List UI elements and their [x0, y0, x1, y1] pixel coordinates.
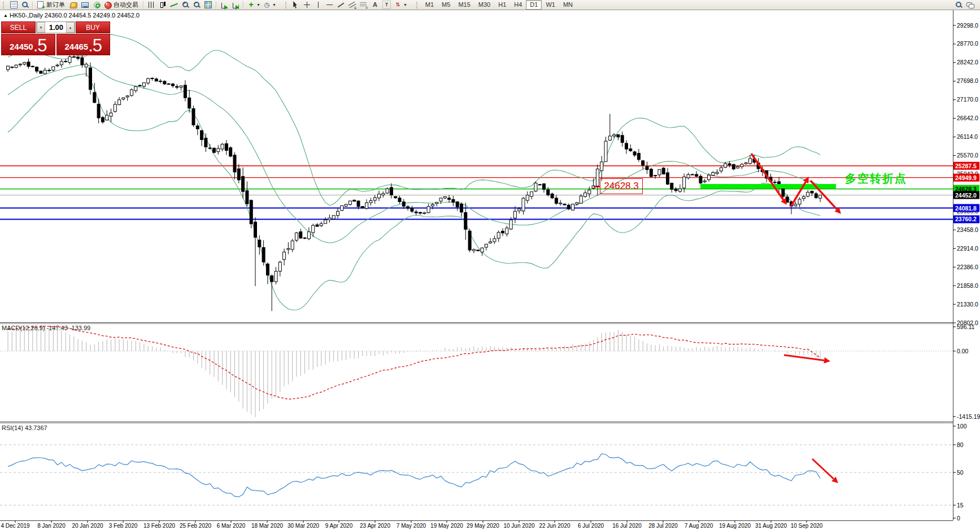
toolbar: 新订单 自动交易 + − +▼ ◷▼ A T ⇅▼ M1M5M15M30H1H4…	[0, 0, 980, 10]
chart-list-icon	[10, 1, 18, 8]
volume-increase-button[interactable]: ▲	[66, 22, 75, 33]
rsi-pane-label: RSI(14) 43.7367	[2, 424, 47, 431]
macd-values: -147.43 -133.99	[46, 325, 90, 331]
charts-list-button[interactable]	[8, 0, 19, 10]
channel-icon	[348, 1, 356, 9]
tile-windows-icon	[204, 1, 212, 8]
auto-trading-button[interactable]: 自动交易	[103, 0, 141, 10]
trendline-icon	[337, 1, 345, 9]
deposit-button[interactable]	[68, 0, 79, 10]
dropdown-caret-icon: ▼	[403, 3, 407, 7]
toolbar-grip	[285, 2, 288, 8]
label-tool-button[interactable]: T	[381, 0, 392, 10]
price-axis[interactable]	[953, 10, 980, 520]
period-button-m5[interactable]: M5	[438, 0, 454, 10]
candle-chart-button[interactable]	[158, 0, 168, 10]
chat-button[interactable]	[965, 0, 975, 10]
vertical-line-icon	[314, 1, 323, 9]
horizontal-line-icon	[325, 1, 334, 9]
period-button-mn[interactable]: MN	[559, 0, 577, 10]
vline-tool-button[interactable]	[313, 0, 324, 10]
rsi-pane[interactable]	[0, 423, 953, 520]
text-label-icon: T	[382, 1, 391, 9]
chart-symbol-period: HK50-,Daily	[10, 12, 43, 19]
timeframes-menu-button[interactable]: ◷▼	[262, 0, 277, 10]
auto-scroll-button[interactable]	[219, 0, 229, 10]
clock-icon: ◷	[263, 1, 271, 9]
search-button[interactable]	[953, 0, 964, 10]
pane-separator-macd[interactable]	[0, 321, 953, 325]
crosshair-tool-button[interactable]	[302, 0, 312, 10]
period-button-h1[interactable]: H1	[494, 0, 510, 10]
volume-box: ▼ 1.00 ▲	[36, 21, 75, 33]
main-chart-pane[interactable]	[0, 10, 953, 322]
line-chart-button[interactable]	[169, 0, 179, 10]
preview-icon	[21, 1, 29, 9]
period-bar: M1M5M15M30H1H4D1W1MN	[421, 0, 577, 10]
period-button-d1[interactable]: D1	[526, 0, 542, 10]
text-tool-button[interactable]: A	[370, 0, 380, 10]
text-icon: A	[371, 1, 379, 9]
chart-preview-button[interactable]	[20, 0, 30, 10]
cursor-tool-button[interactable]	[291, 0, 301, 10]
cursor-icon	[291, 1, 300, 9]
rsi-label: RSI(14) 43.7367	[2, 424, 47, 431]
tile-windows-button[interactable]	[203, 0, 214, 10]
bar-chart-icon	[149, 2, 155, 8]
channel-tool-button[interactable]	[347, 0, 358, 10]
sell-button[interactable]: SELL	[1, 21, 36, 33]
auto-trading-label: 自动交易	[112, 1, 140, 9]
new-order-label: 新订单	[45, 1, 67, 9]
hline-tool-button[interactable]	[325, 0, 335, 10]
trendline-tool-button[interactable]	[336, 0, 346, 10]
arrow-objects-icon: ⇅	[394, 1, 402, 9]
buy-price-button[interactable]: 24465 .5	[56, 34, 111, 55]
buy-label: BUY	[86, 24, 100, 32]
zoom-out-button[interactable]: −	[191, 0, 202, 10]
period-button-m1[interactable]: M1	[421, 0, 438, 10]
macd-pane[interactable]	[0, 323, 953, 422]
toolbar-grip	[3, 2, 6, 8]
sell-label: SELL	[10, 24, 27, 32]
volume-decrease-button[interactable]: ▼	[37, 22, 45, 33]
new-order-icon	[37, 1, 43, 8]
bar-chart-button[interactable]	[146, 0, 156, 10]
arrows-tool-button[interactable]: ⇅▼	[393, 0, 408, 10]
search-icon	[955, 1, 963, 9]
add-indicator-icon: +	[247, 1, 255, 9]
chart-shift-icon	[233, 3, 239, 8]
chart-shift-button[interactable]	[230, 0, 241, 10]
zoom-out-icon: −	[193, 1, 201, 9]
fibonacci-icon	[359, 1, 368, 9]
period-button-h4[interactable]: H4	[510, 0, 526, 10]
signals-button[interactable]	[92, 0, 102, 10]
toolbar-grip	[416, 2, 419, 8]
buy-price-pips: .5	[88, 37, 102, 54]
period-button-m15[interactable]: M15	[454, 0, 474, 10]
chat-icon	[966, 1, 974, 9]
candlestick-icon	[159, 1, 167, 9]
volume-input[interactable]: 1.00	[45, 22, 66, 33]
fibonacci-tool-button[interactable]	[359, 0, 369, 10]
gold-icon	[69, 2, 78, 8]
new-order-button[interactable]: 新订单	[36, 0, 67, 10]
zoom-in-button[interactable]: +	[180, 0, 190, 10]
crosshair-icon	[303, 1, 311, 9]
zoom-in-icon: +	[181, 1, 190, 9]
pane-separator-rsi[interactable]	[0, 421, 953, 424]
dropdown-caret-icon: ▼	[256, 3, 260, 7]
period-button-m30[interactable]: M30	[474, 0, 494, 10]
time-axis[interactable]	[0, 520, 953, 530]
toolbar-separator	[32, 1, 33, 9]
indicators-button[interactable]: +▼	[246, 0, 261, 10]
auto-scroll-icon	[221, 3, 228, 8]
period-button-w1[interactable]: W1	[542, 0, 559, 10]
one-click-trading-panel: SELL ▼ 1.00 ▲ BUY 24450 .5 24465 .5	[1, 21, 110, 55]
toolbar-separator	[143, 1, 144, 9]
buy-button[interactable]: BUY	[76, 21, 110, 33]
terminal-icon	[81, 2, 89, 8]
sell-price-button[interactable]: 24450 .5	[1, 34, 55, 55]
expert-advisor-button[interactable]	[80, 0, 90, 10]
chart-menu-triangle-icon: ▲	[3, 13, 8, 18]
toolbar-separator	[243, 1, 244, 9]
